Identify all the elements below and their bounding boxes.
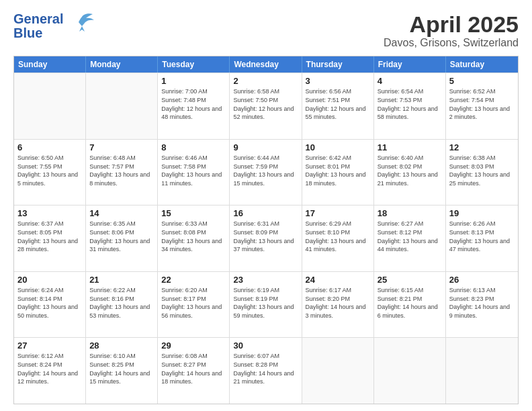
day-number: 16: [233, 208, 298, 218]
day-number: 1: [161, 76, 226, 86]
logo-blue: Blue: [13, 26, 63, 40]
calendar-cell: 16Sunrise: 6:31 AMSunset: 8:09 PMDayligh…: [230, 205, 302, 271]
calendar-cell: 12Sunrise: 6:38 AMSunset: 8:03 PMDayligh…: [446, 140, 518, 205]
page: General Blue April 2025 Davos, Grisons, …: [0, 0, 532, 411]
day-number: 5: [449, 76, 515, 86]
day-info: Sunrise: 6:17 AMSunset: 8:20 PMDaylight:…: [306, 286, 370, 320]
day-number: 3: [306, 76, 370, 86]
calendar-cell: 2Sunrise: 6:58 AMSunset: 7:50 PMDaylight…: [230, 73, 302, 139]
calendar-cell: 29Sunrise: 6:08 AMSunset: 8:27 PMDayligh…: [158, 338, 230, 404]
calendar-cell: 5Sunrise: 6:52 AMSunset: 7:54 PMDaylight…: [446, 73, 518, 139]
day-info: Sunrise: 7:00 AMSunset: 7:48 PMDaylight:…: [161, 87, 226, 121]
calendar-cell: 21Sunrise: 6:22 AMSunset: 8:16 PMDayligh…: [86, 272, 158, 338]
day-number: 8: [161, 142, 226, 152]
calendar-cell: 24Sunrise: 6:17 AMSunset: 8:20 PMDayligh…: [302, 272, 374, 338]
calendar-cell: [86, 73, 158, 139]
day-number: 18: [378, 208, 442, 218]
day-number: 6: [17, 142, 82, 152]
calendar-cell: 9Sunrise: 6:44 AMSunset: 7:59 PMDaylight…: [230, 140, 302, 205]
day-number: 9: [233, 142, 298, 152]
calendar-cell: [374, 338, 446, 404]
calendar-row: 13Sunrise: 6:37 AMSunset: 8:05 PMDayligh…: [14, 205, 518, 271]
day-info: Sunrise: 6:48 AMSunset: 7:57 PMDaylight:…: [89, 154, 154, 187]
calendar-cell: 7Sunrise: 6:48 AMSunset: 7:57 PMDaylight…: [86, 140, 158, 205]
day-info: Sunrise: 6:40 AMSunset: 8:02 PMDaylight:…: [378, 154, 442, 187]
page-subtitle: Davos, Grisons, Switzerland: [384, 37, 519, 49]
day-number: 17: [306, 208, 370, 218]
day-number: 26: [449, 275, 515, 285]
day-number: 29: [161, 340, 226, 351]
day-info: Sunrise: 6:20 AMSunset: 8:17 PMDaylight:…: [161, 286, 226, 320]
day-info: Sunrise: 6:19 AMSunset: 8:19 PMDaylight:…: [233, 286, 298, 320]
day-info: Sunrise: 6:37 AMSunset: 8:05 PMDaylight:…: [17, 220, 82, 253]
day-number: 30: [233, 340, 298, 351]
title-block: April 2025 Davos, Grisons, Switzerland: [384, 12, 519, 49]
calendar: SundayMondayTuesdayWednesdayThursdayFrid…: [13, 56, 519, 404]
calendar-header-cell: Monday: [86, 56, 158, 73]
day-number: 24: [306, 275, 370, 285]
calendar-cell: 30Sunrise: 6:07 AMSunset: 8:28 PMDayligh…: [230, 338, 302, 404]
calendar-cell: 22Sunrise: 6:20 AMSunset: 8:17 PMDayligh…: [158, 272, 230, 338]
calendar-row: 27Sunrise: 6:12 AMSunset: 8:24 PMDayligh…: [14, 337, 518, 404]
day-info: Sunrise: 6:22 AMSunset: 8:16 PMDaylight:…: [89, 286, 154, 320]
day-info: Sunrise: 6:13 AMSunset: 8:23 PMDaylight:…: [449, 286, 515, 320]
calendar-cell: 14Sunrise: 6:35 AMSunset: 8:06 PMDayligh…: [86, 205, 158, 271]
calendar-cell: 26Sunrise: 6:13 AMSunset: 8:23 PMDayligh…: [446, 272, 518, 338]
calendar-cell: 18Sunrise: 6:27 AMSunset: 8:12 PMDayligh…: [374, 205, 446, 271]
day-info: Sunrise: 6:35 AMSunset: 8:06 PMDaylight:…: [89, 220, 154, 253]
day-number: 13: [17, 208, 82, 218]
calendar-header-cell: Saturday: [446, 56, 518, 73]
day-info: Sunrise: 6:26 AMSunset: 8:13 PMDaylight:…: [449, 220, 515, 253]
day-number: 11: [378, 142, 442, 152]
calendar-cell: 27Sunrise: 6:12 AMSunset: 8:24 PMDayligh…: [14, 338, 86, 404]
day-info: Sunrise: 6:12 AMSunset: 8:24 PMDaylight:…: [17, 352, 82, 385]
page-title: April 2025: [384, 12, 519, 37]
day-number: 23: [233, 275, 298, 285]
day-info: Sunrise: 6:56 AMSunset: 7:51 PMDaylight:…: [306, 87, 370, 121]
calendar-cell: 11Sunrise: 6:40 AMSunset: 8:02 PMDayligh…: [374, 140, 446, 205]
calendar-row: 20Sunrise: 6:24 AMSunset: 8:14 PMDayligh…: [14, 271, 518, 338]
day-number: 28: [89, 340, 154, 351]
logo-general: General: [13, 12, 63, 26]
day-info: Sunrise: 6:29 AMSunset: 8:10 PMDaylight:…: [306, 220, 370, 253]
day-info: Sunrise: 6:33 AMSunset: 8:08 PMDaylight:…: [161, 220, 226, 253]
day-info: Sunrise: 6:42 AMSunset: 8:01 PMDaylight:…: [306, 154, 370, 187]
calendar-header-cell: Wednesday: [230, 56, 302, 73]
logo: General Blue: [13, 12, 94, 40]
day-info: Sunrise: 6:27 AMSunset: 8:12 PMDaylight:…: [378, 220, 442, 253]
calendar-cell: 1Sunrise: 7:00 AMSunset: 7:48 PMDaylight…: [158, 73, 230, 139]
day-number: 20: [17, 275, 82, 285]
calendar-cell: 19Sunrise: 6:26 AMSunset: 8:13 PMDayligh…: [446, 205, 518, 271]
day-number: 4: [378, 76, 442, 86]
day-number: 22: [161, 275, 226, 285]
day-info: Sunrise: 6:46 AMSunset: 7:58 PMDaylight:…: [161, 154, 226, 187]
day-info: Sunrise: 6:54 AMSunset: 7:53 PMDaylight:…: [378, 87, 442, 121]
calendar-row: 6Sunrise: 6:50 AMSunset: 7:55 PMDaylight…: [14, 139, 518, 205]
calendar-cell: [14, 73, 86, 139]
day-info: Sunrise: 6:38 AMSunset: 8:03 PMDaylight:…: [449, 154, 515, 187]
day-number: 15: [161, 208, 226, 218]
calendar-cell: [446, 338, 518, 404]
calendar-cell: [302, 338, 374, 404]
calendar-header-cell: Friday: [374, 56, 446, 73]
day-info: Sunrise: 6:31 AMSunset: 8:09 PMDaylight:…: [233, 220, 298, 253]
day-number: 21: [89, 275, 154, 285]
calendar-cell: 15Sunrise: 6:33 AMSunset: 8:08 PMDayligh…: [158, 205, 230, 271]
day-info: Sunrise: 6:15 AMSunset: 8:21 PMDaylight:…: [378, 286, 442, 320]
calendar-header-cell: Thursday: [302, 56, 374, 73]
calendar-cell: 20Sunrise: 6:24 AMSunset: 8:14 PMDayligh…: [14, 272, 86, 338]
calendar-cell: 10Sunrise: 6:42 AMSunset: 8:01 PMDayligh…: [302, 140, 374, 205]
day-number: 14: [89, 208, 154, 218]
day-number: 2: [233, 76, 298, 86]
day-number: 12: [449, 142, 515, 152]
calendar-cell: 28Sunrise: 6:10 AMSunset: 8:25 PMDayligh…: [86, 338, 158, 404]
day-number: 27: [17, 340, 82, 351]
calendar-cell: 13Sunrise: 6:37 AMSunset: 8:05 PMDayligh…: [14, 205, 86, 271]
calendar-header-cell: Tuesday: [158, 56, 230, 73]
day-info: Sunrise: 6:24 AMSunset: 8:14 PMDaylight:…: [17, 286, 82, 320]
calendar-cell: 8Sunrise: 6:46 AMSunset: 7:58 PMDaylight…: [158, 140, 230, 205]
day-info: Sunrise: 6:08 AMSunset: 8:27 PMDaylight:…: [161, 352, 226, 385]
day-number: 10: [306, 142, 370, 152]
calendar-cell: 6Sunrise: 6:50 AMSunset: 7:55 PMDaylight…: [14, 140, 86, 205]
calendar-cell: 3Sunrise: 6:56 AMSunset: 7:51 PMDaylight…: [302, 73, 374, 139]
